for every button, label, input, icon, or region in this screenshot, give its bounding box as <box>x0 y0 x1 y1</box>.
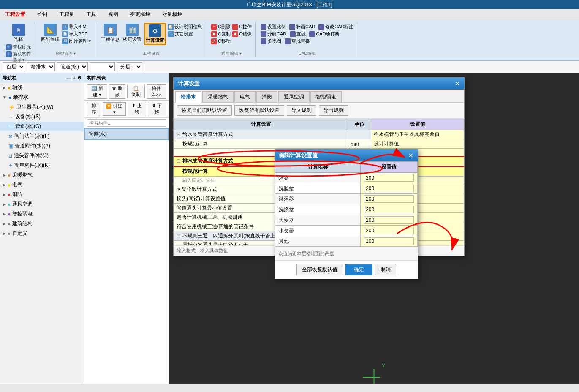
empty-select[interactable] <box>90 62 115 71</box>
image-mgr-btn[interactable]: 🖼 图片管理 ▾ <box>62 38 91 44</box>
valve-icon: ⊕ <box>8 133 13 139</box>
project-info-btn[interactable]: 📋 工程信息 <box>100 23 120 44</box>
nav-expand-btn[interactable]: + <box>73 75 76 81</box>
move-up-btn[interactable]: ⬆ 上移 <box>128 102 146 116</box>
ribbon-menu-item-3[interactable]: 工具 <box>84 10 98 19</box>
nav-section-control[interactable]: ▶ ● 智控弱电 <box>0 209 84 219</box>
toilet-value-input[interactable] <box>364 216 414 224</box>
ribbon-menu-item-1[interactable]: 绘制 <box>35 10 49 19</box>
sink-value-input[interactable] <box>364 185 414 192</box>
search-input[interactable] <box>87 119 166 127</box>
drawings-btn[interactable]: 📐 图纸管理 <box>40 23 60 44</box>
nav-item-fitting[interactable]: ▣ 管道附件(水)(A) <box>0 141 84 151</box>
move-down-btn[interactable]: ⬇ 下移 <box>148 102 166 116</box>
c-delete-btn[interactable]: ✂ C删除 <box>211 24 231 30</box>
nav-item-joint[interactable]: ⊔ 通头管件(水)(J) <box>0 151 84 161</box>
copy-component-btn[interactable]: 📋 复制 <box>127 85 144 98</box>
floor-select[interactable]: 首层 <box>3 62 25 71</box>
restore-defaults-btn[interactable]: 全部恢复默认值 <box>296 264 343 275</box>
col-header-value: 设置值 <box>371 119 464 130</box>
urinal-value-input[interactable] <box>364 227 414 234</box>
c-mirror-btn[interactable]: 🪞 C镜像 <box>232 31 252 37</box>
ribbon-menu-item-4[interactable]: 视图 <box>106 10 120 19</box>
floor-settings-btn[interactable]: 🏢 楼层设置 <box>122 23 142 44</box>
group-label-general: 通用编辑 ▾ <box>221 51 242 57</box>
edit-row-shower: 淋浴器 <box>275 194 418 204</box>
export-rules-btn[interactable]: 导出规则 <box>319 105 348 116</box>
set-scale-btn[interactable]: 设置比例 <box>261 24 286 30</box>
find-element-btn[interactable]: 🔍 查找图元 <box>6 44 31 50</box>
tab-hvac[interactable]: 通风空调 <box>278 91 310 102</box>
tab-water[interactable]: 给排水 <box>175 91 201 103</box>
nav-section-custom[interactable]: ▶ ● 自定义 <box>0 229 84 238</box>
nav-section-hvac[interactable]: ▶ ● 通风空调 <box>0 199 84 209</box>
restore-current-btn[interactable]: 恢复当前项默认设置 <box>177 105 232 116</box>
other-value-input[interactable] <box>364 237 414 245</box>
edit-dialog-close-btn[interactable]: ✕ <box>408 152 413 159</box>
tab-electric[interactable]: 电气 <box>234 91 256 102</box>
calc-dialog-title[interactable]: 计算设置 ✕ <box>174 78 464 90</box>
nav-settings-btn[interactable]: ⚙ <box>77 75 82 81</box>
sort-btn[interactable]: 排序 <box>87 102 101 116</box>
tab-fire[interactable]: 消防 <box>256 91 277 102</box>
draw-cad-btn[interactable]: 补画CAD <box>289 24 315 30</box>
edit-dialog-title[interactable]: 编辑计算设置值 ✕ <box>275 150 418 161</box>
filter-btn[interactable]: 🔽 过滤 ▾ <box>103 102 126 116</box>
c-copy-btn[interactable]: 📋 C复制 <box>211 31 231 37</box>
other-settings-btn[interactable]: 🔧 其它设置 <box>168 31 202 37</box>
custom-icon: ● <box>8 231 11 237</box>
decompose-cad-btn[interactable]: 分解CAD <box>261 31 286 37</box>
modify-cad-btn[interactable]: 修改CAD标注 <box>318 24 353 30</box>
import-bim-btn[interactable]: ⬆ 导入BIM <box>62 24 91 30</box>
multiview-btn[interactable]: 多视图 <box>261 38 281 44</box>
nav-item-device[interactable]: → 设备(水)(S) <box>0 112 84 122</box>
nav-item-valve[interactable]: ⊕ 阀门法兰(水)(F) <box>0 131 84 141</box>
cancel-btn[interactable]: 取消 <box>375 264 396 275</box>
nav-section-electric[interactable]: ▶ ● 电气 <box>0 180 84 190</box>
design-info-btn[interactable]: 📝 设计说明信息 <box>168 24 202 30</box>
new-component-btn[interactable]: 🆕 新建 ▾ <box>87 84 107 99</box>
tab-heat[interactable]: 采暖燃气 <box>202 91 234 102</box>
toolbar-row: 首层 给排水 管道(水) 分层1 <box>0 61 579 73</box>
restore-all-btn[interactable]: 恢复所有默认设置 <box>234 105 284 116</box>
control-icon: ● <box>8 211 11 217</box>
washbasin-value-input[interactable] <box>364 206 414 213</box>
line-btn[interactable]: 直线 <box>290 31 306 37</box>
pipe-type-select[interactable]: 管道(水) <box>57 62 88 71</box>
misc-icon: ✦ <box>8 163 13 169</box>
shower-value-input[interactable] <box>364 195 414 203</box>
calc-settings-btn[interactable]: ⚙ 计算设置 <box>144 23 166 45</box>
hvac-icon: ● <box>8 201 11 207</box>
nav-collapse-btn[interactable]: — <box>67 75 71 81</box>
c-stretch-btn[interactable]: ↔ C拉伸 <box>232 24 252 30</box>
import-pdf-btn[interactable]: 📄 导入PDF <box>62 31 91 37</box>
nav-item-pipe[interactable]: — 管道(水)(G) <box>0 122 84 131</box>
find-replace-btn[interactable]: 查找替换 <box>285 38 310 44</box>
nav-section-building[interactable]: ▶ ● 建筑结构 <box>0 219 84 229</box>
calc-dialog-close-btn[interactable]: ✕ <box>455 80 460 87</box>
ribbon-menu-item-5[interactable]: 变更模块 <box>128 10 152 19</box>
import-rules-btn[interactable]: 导入规则 <box>287 105 316 116</box>
capture-btn[interactable]: ⚓ 捕获构件 <box>6 51 31 57</box>
nav-item-misc[interactable]: ✦ 零星构件(水)(K) <box>0 161 84 170</box>
cad-break-btn[interactable]: CAD绘打断 <box>309 31 340 37</box>
select-btn[interactable]: 🖱 选择 <box>11 23 26 44</box>
nav-item-fixture[interactable]: ⚡ 卫生器具(水)(W) <box>0 102 84 112</box>
ok-btn[interactable]: 确定 <box>345 264 372 275</box>
nav-section-water[interactable]: ▼ ● 给排水 <box>0 93 84 102</box>
nav-section-fire[interactable]: ▶ ● 消防 <box>0 190 84 199</box>
nav-section-heat[interactable]: ▶ ● 采暖燃气 <box>0 170 84 180</box>
c-move-btn[interactable]: 🚀 C移动 <box>211 38 252 44</box>
nav-section-axis[interactable]: ▶ ● 轴线 <box>0 83 84 93</box>
component-library-btn[interactable]: 构件库>> <box>147 84 166 99</box>
bathtub-value-input[interactable] <box>364 174 414 182</box>
component-item-pipe[interactable]: 管道(水) <box>84 128 169 140</box>
building-expand-icon: ▶ <box>3 221 6 226</box>
layer-select[interactable]: 分层1 <box>117 62 142 71</box>
tab-control[interactable]: 智控弱电 <box>310 91 342 102</box>
ribbon-menu-item-2[interactable]: 工程量 <box>57 10 76 19</box>
ribbon-menu-item-6[interactable]: 对量模块 <box>160 10 184 19</box>
system-select[interactable]: 给排水 <box>27 62 55 71</box>
ribbon-menu-item-0[interactable]: 工程设置 <box>3 10 27 19</box>
delete-component-btn[interactable]: 🗑 删除 <box>109 84 125 99</box>
